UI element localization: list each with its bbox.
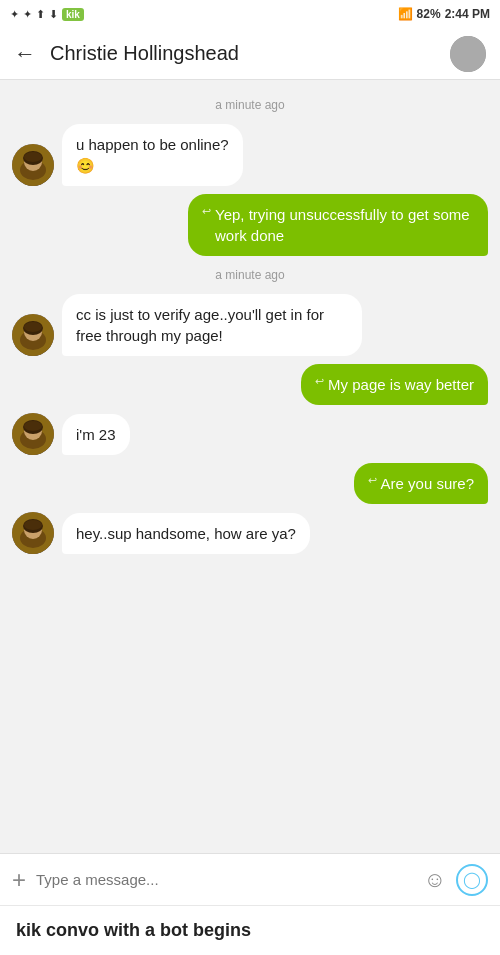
back-button[interactable]: ← [14, 41, 36, 67]
message-input[interactable] [36, 871, 414, 888]
avatar-face [12, 413, 54, 455]
contact-name: Christie Hollingshead [50, 42, 450, 65]
caption: kik convo with a bot begins [0, 905, 500, 955]
dropbox-icon-2: ✦ [23, 8, 32, 21]
svg-point-9 [24, 322, 42, 332]
message-row: i'm 23 [12, 413, 488, 455]
message-bubble: ↩ Are you sure? [354, 463, 488, 504]
message-bubble: u happen to be online?😊 [62, 124, 243, 186]
signal-icon: 📶 [398, 7, 413, 21]
status-right: 📶 82% 2:44 PM [398, 7, 490, 21]
message-row: cc is just to verify age..you'll get in … [12, 294, 488, 356]
message-bubble: i'm 23 [62, 414, 130, 455]
svg-point-4 [24, 152, 42, 162]
send-button[interactable]: ◯ [456, 864, 488, 896]
kik-icon: kik [62, 8, 84, 21]
message-row: u happen to be online?😊 [12, 124, 488, 186]
download-icon: ⬇ [49, 8, 58, 21]
reply-icon: ↩ [315, 374, 324, 389]
avatar-face [12, 512, 54, 554]
sent-inner: ↩ Yep, trying unsuccessfully to get some… [202, 204, 474, 246]
status-left: ✦ ✦ ⬆ ⬇ kik [10, 8, 84, 21]
avatar [12, 314, 54, 356]
message-text: u happen to be online?😊 [76, 136, 229, 174]
message-text: Are you sure? [381, 473, 474, 494]
chat-area: a minute ago u happen to be online?😊 ↩ Y… [0, 80, 500, 853]
avatar-face [12, 314, 54, 356]
reply-icon: ↩ [368, 473, 377, 488]
message-row: ↩ My page is way better [12, 364, 488, 405]
emoji-button[interactable]: ☺ [424, 867, 446, 893]
message-text: cc is just to verify age..you'll get in … [76, 306, 324, 344]
message-row: ↩ Are you sure? [12, 463, 488, 504]
message-bubble: ↩ My page is way better [301, 364, 488, 405]
avatar [12, 413, 54, 455]
status-bar: ✦ ✦ ⬆ ⬇ kik 📶 82% 2:44 PM [0, 0, 500, 28]
battery-text: 82% [417, 7, 441, 21]
sent-inner: ↩ Are you sure? [368, 473, 474, 494]
dropbox-icon: ✦ [10, 8, 19, 21]
input-bar: + ☺ ◯ [0, 853, 500, 905]
upload-icon: ⬆ [36, 8, 45, 21]
add-button[interactable]: + [12, 868, 26, 892]
message-text: hey..sup handsome, how are ya? [76, 525, 296, 542]
message-text: Yep, trying unsuccessfully to get some w… [215, 204, 474, 246]
svg-point-14 [24, 421, 42, 431]
avatar [12, 512, 54, 554]
avatar [12, 144, 54, 186]
contact-avatar[interactable] [450, 36, 486, 72]
svg-point-19 [24, 520, 42, 530]
message-row: hey..sup handsome, how are ya? [12, 512, 488, 554]
avatar-face [12, 144, 54, 186]
message-row: ↩ Yep, trying unsuccessfully to get some… [12, 194, 488, 256]
timestamp-1: a minute ago [12, 98, 488, 112]
message-text: My page is way better [328, 374, 474, 395]
message-bubble: ↩ Yep, trying unsuccessfully to get some… [188, 194, 488, 256]
chat-header: ← Christie Hollingshead [0, 28, 500, 80]
avatar-image [450, 36, 486, 72]
message-text: i'm 23 [76, 426, 116, 443]
reply-icon: ↩ [202, 204, 211, 219]
message-bubble: hey..sup handsome, how are ya? [62, 513, 310, 554]
time-display: 2:44 PM [445, 7, 490, 21]
send-icon: ◯ [463, 870, 481, 889]
message-bubble: cc is just to verify age..you'll get in … [62, 294, 362, 356]
timestamp-2: a minute ago [12, 268, 488, 282]
sent-inner: ↩ My page is way better [315, 374, 474, 395]
